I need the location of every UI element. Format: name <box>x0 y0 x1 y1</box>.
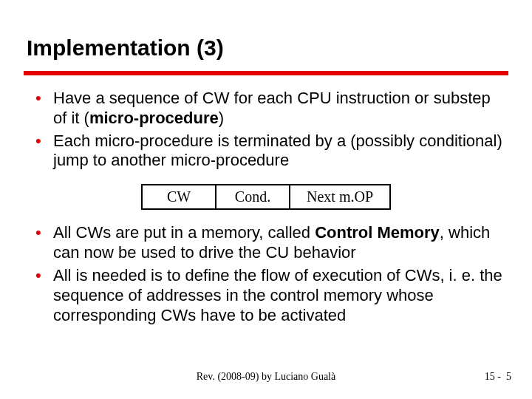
footer-revision: Rev. (2008-09) by Luciano Gualà <box>0 371 532 383</box>
cell-cw: CW <box>141 184 215 210</box>
page-number: 5 <box>506 371 511 382</box>
slide-title: Implementation (3) <box>27 35 508 61</box>
list-item: Each micro-procedure is terminated by a … <box>33 132 508 171</box>
bullet-text: All is needed is to define the flow of e… <box>53 266 502 324</box>
bullet-list-top: Have a sequence of CW for each CPU instr… <box>24 89 508 171</box>
page-prefix: 15 - <box>485 371 501 382</box>
table-row: CW Cond. Next m.OP <box>141 184 391 210</box>
list-item: All CWs are put in a memory, called Cont… <box>33 223 508 263</box>
bullet-text: All CWs are put in a memory, called <box>53 223 315 242</box>
bullet-bold: micro-procedure <box>89 109 219 127</box>
slide: Implementation (3) Have a sequence of CW… <box>0 0 532 399</box>
slide-footer: Rev. (2008-09) by Luciano Gualà 15 - 5 <box>0 371 532 383</box>
control-word-table: CW Cond. Next m.OP <box>24 184 508 210</box>
bullet-list-bottom: All CWs are put in a memory, called Cont… <box>24 223 508 325</box>
bullet-bold: Control Memory <box>315 223 440 242</box>
title-underline <box>24 71 508 75</box>
bullet-text: Each micro-procedure is terminated by a … <box>53 132 502 170</box>
cell-next-mop: Next m.OP <box>289 184 391 210</box>
list-item: All is needed is to define the flow of e… <box>33 266 508 325</box>
cell-cond: Cond. <box>215 184 289 210</box>
footer-page: 15 - 5 <box>485 371 511 383</box>
list-item: Have a sequence of CW for each CPU instr… <box>33 89 508 129</box>
bullet-text: ) <box>219 109 224 127</box>
